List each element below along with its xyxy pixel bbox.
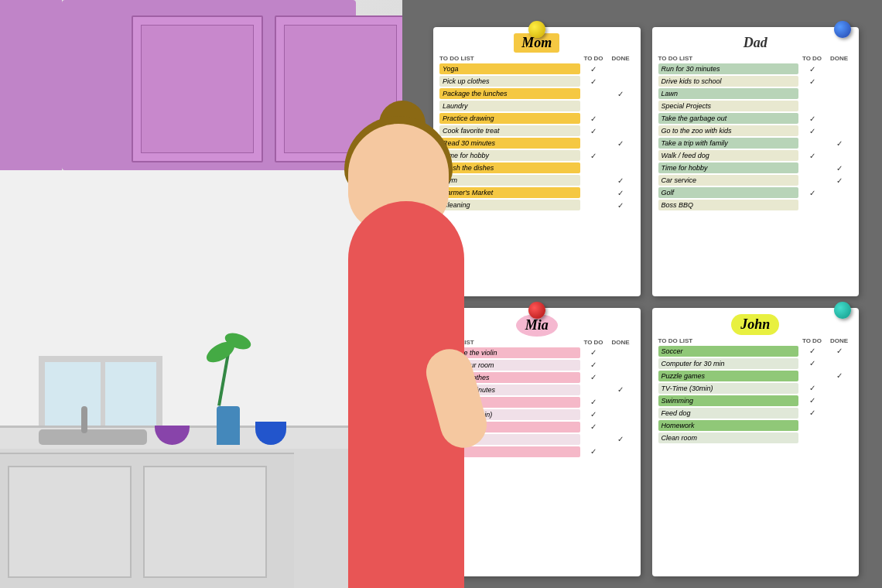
mom-items: Yoga ✓ Pick up clothes ✓ Package the lun… xyxy=(439,63,634,210)
task-label: Boss BBQ xyxy=(658,200,799,210)
list-item: Computer for 30 min ✓ xyxy=(658,358,853,369)
list-item: Yoga ✓ xyxy=(439,63,634,74)
list-item: Golf ✓ xyxy=(658,187,853,198)
todo-check: ✓ xyxy=(580,115,607,123)
dad-list-header: TO DO LIST TO DO DONE xyxy=(658,55,853,62)
faucet xyxy=(81,406,87,433)
task-label: Homework xyxy=(658,420,799,431)
mia-list-header: TO DO LIST TO DO DONE xyxy=(439,339,634,346)
todo-check: ✓ xyxy=(798,396,826,405)
list-item: Time for hobby ✓ xyxy=(439,150,634,161)
task-label: Laundry xyxy=(439,101,580,111)
cabinet-left xyxy=(0,0,62,170)
list-item: Cook favorite treat ✓ xyxy=(439,125,634,136)
list-item: Laundry xyxy=(439,101,634,111)
todo-check: ✓ xyxy=(580,398,607,406)
list-item: Pick up clothes ✓ xyxy=(439,76,634,87)
todo-check: ✓ xyxy=(580,127,607,135)
list-item: Practice drawing ✓ xyxy=(439,113,634,124)
list-item: Lawn xyxy=(658,88,853,99)
done-check: ✓ xyxy=(826,371,853,380)
task-label: Take a trip with family xyxy=(658,138,799,149)
list-item: Go to the zoo with kids ✓ xyxy=(658,125,853,136)
list-item: Homework xyxy=(658,420,853,431)
task-label: Computer for 30 min xyxy=(658,358,799,369)
todo-check: ✓ xyxy=(798,409,826,417)
task-label: Soccer xyxy=(658,346,799,357)
list-item: Clean room xyxy=(658,432,853,443)
list-item: Feed dog ✓ xyxy=(658,408,853,419)
todo-check: ✓ xyxy=(798,115,826,123)
list-item: Swimming ✓ xyxy=(658,395,853,406)
done-check: ✓ xyxy=(607,139,634,148)
list-item: Farmer's Market ✓ xyxy=(439,187,634,198)
dad-items: Run for 30 minutes ✓ Drive kids to schoo… xyxy=(658,63,853,210)
list-item: Ballet ✓ xyxy=(439,446,634,457)
list-item: Wash the dishes xyxy=(439,162,634,173)
list-item: Take a trip with family ✓ xyxy=(658,138,853,149)
task-label: Walk / feed dog xyxy=(658,150,799,161)
task-label: Car service xyxy=(658,175,799,186)
done-check: ✓ xyxy=(826,176,853,185)
person-body xyxy=(348,201,464,588)
sink xyxy=(39,429,147,445)
task-label: Puzzle games xyxy=(658,371,799,381)
done-check: ✓ xyxy=(607,189,634,197)
list-item: Soccer ✓ ✓ xyxy=(658,346,853,357)
mom-list-header: TO DO LIST TO DO DONE xyxy=(439,55,634,62)
list-item: Puzzle games ✓ xyxy=(658,371,853,381)
done-check: ✓ xyxy=(607,176,634,185)
task-label: Go to the zoo with kids xyxy=(658,125,799,136)
dad-title: Dad xyxy=(658,33,853,55)
todo-check: ✓ xyxy=(580,77,607,86)
done-check: ✓ xyxy=(607,435,634,443)
todo-check: ✓ xyxy=(798,359,826,368)
todo-check: ✓ xyxy=(798,347,826,355)
todo-check: ✓ xyxy=(798,127,826,135)
task-label: Time for hobby xyxy=(658,162,799,173)
bottom-cabinet xyxy=(0,453,294,588)
task-label: Practice drawing xyxy=(439,113,580,124)
list-item: Gym ✓ xyxy=(439,175,634,186)
done-check: ✓ xyxy=(826,139,853,148)
dad-magnet xyxy=(834,21,851,38)
list-item: Walk / feed dog ✓ xyxy=(658,150,853,161)
task-label: Drive kids to school xyxy=(658,76,799,87)
done-check: ✓ xyxy=(826,347,853,355)
list-item: Take the garbage out ✓ xyxy=(658,113,853,124)
task-label: Pick up clothes xyxy=(439,76,580,87)
list-item: Time for hobby ✓ xyxy=(658,162,853,173)
done-check: ✓ xyxy=(607,90,634,98)
task-label: Run for 30 minutes xyxy=(658,63,799,74)
task-label: Take the garbage out xyxy=(658,113,799,124)
todo-check: ✓ xyxy=(580,447,607,456)
list-item: TV-Time (30min) ✓ xyxy=(658,383,853,394)
list-item: Special Projects xyxy=(658,101,853,111)
person xyxy=(309,124,464,588)
john-list-card: John TO DO LIST TO DO DONE Soccer ✓ ✓ Co… xyxy=(652,308,860,577)
todo-check: ✓ xyxy=(580,152,607,160)
task-label: Package the lunches xyxy=(439,88,580,99)
todo-check: ✓ xyxy=(580,348,607,357)
list-item: Boss BBQ xyxy=(658,200,853,210)
task-label: Lawn xyxy=(658,88,799,99)
task-label: TV-Time (30min) xyxy=(658,383,799,394)
done-check: ✓ xyxy=(607,385,634,394)
todo-check: ✓ xyxy=(798,65,826,74)
todo-check: ✓ xyxy=(798,189,826,197)
todo-check: ✓ xyxy=(580,361,607,369)
dad-list-card: Dad TO DO LIST TO DO DONE Run for 30 min… xyxy=(652,27,860,296)
list-item: Car service ✓ xyxy=(658,175,853,186)
todo-check: ✓ xyxy=(798,152,826,160)
john-list-header: TO DO LIST TO DO DONE xyxy=(658,337,853,344)
todo-check: ✓ xyxy=(580,410,607,419)
list-item: Read 30 minutes ✓ xyxy=(439,138,634,149)
john-items: Soccer ✓ ✓ Computer for 30 min ✓ Puzzle … xyxy=(658,346,853,443)
done-check: ✓ xyxy=(607,201,634,210)
list-item: Practice the violin ✓ xyxy=(439,347,634,358)
list-item: Drive kids to school ✓ xyxy=(658,76,853,87)
list-item: Cleaning ✓ xyxy=(439,200,634,210)
list-item: Run for 30 minutes ✓ xyxy=(658,63,853,74)
lists-container: Mom TO DO LIST TO DO DONE Yoga ✓ Pick up… xyxy=(422,15,870,588)
task-label: Golf xyxy=(658,187,799,198)
